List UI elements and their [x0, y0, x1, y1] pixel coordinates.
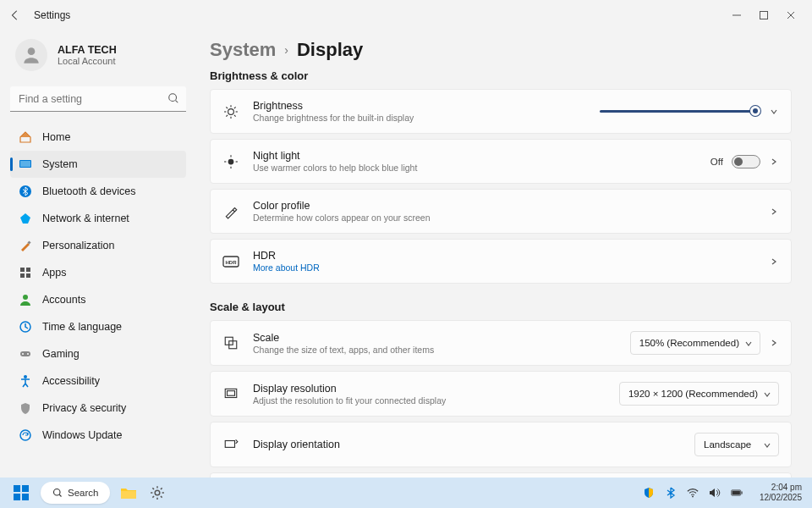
breadcrumb-parent[interactable]: System [210, 39, 276, 61]
night-light-icon [222, 153, 239, 170]
chevron-down-icon [763, 390, 771, 399]
user-block[interactable]: ALFA TECH Local Account [10, 39, 186, 71]
svg-line-27 [226, 114, 228, 116]
taskbar-explorer[interactable] [118, 483, 139, 503]
user-subtitle: Local Account [58, 56, 117, 66]
minimize-button[interactable] [731, 9, 743, 21]
personalization-icon [19, 239, 32, 252]
svg-line-28 [234, 107, 236, 108]
sidebar-item-label: Accessibility [42, 375, 100, 387]
security-icon[interactable] [643, 487, 655, 499]
night-light-toggle[interactable] [732, 155, 760, 168]
card-hdr[interactable]: HDR HDR More about HDR [210, 239, 792, 284]
card-resolution[interactable]: Display resolution Adjust the resolution… [210, 371, 792, 417]
sidebar-item-label: Gaming [42, 348, 80, 360]
search-icon [52, 488, 63, 498]
svg-rect-53 [732, 491, 739, 495]
card-color-profile[interactable]: Color profile Determine how colors appea… [210, 189, 792, 234]
sidebar-item-label: Home [42, 131, 70, 143]
svg-rect-15 [20, 351, 30, 356]
sidebar-item-system[interactable]: System [10, 151, 186, 178]
maximize-button[interactable] [758, 9, 770, 21]
home-icon [19, 130, 32, 144]
svg-text:HDR: HDR [226, 260, 238, 265]
card-title: Brightness [253, 100, 586, 112]
svg-point-2 [28, 47, 36, 55]
network-icon [19, 212, 32, 225]
svg-point-16 [22, 353, 24, 355]
svg-rect-43 [14, 485, 20, 492]
resolution-dropdown[interactable]: 1920 × 1200 (Recommended) [619, 382, 779, 406]
chevron-right-icon[interactable] [769, 257, 779, 267]
hdr-icon: HDR [222, 253, 239, 270]
breadcrumb-current: Display [297, 39, 363, 61]
svg-rect-39 [228, 391, 235, 396]
scale-dropdown[interactable]: 150% (Recommended) [630, 331, 760, 355]
svg-rect-11 [20, 273, 25, 278]
brightness-slider[interactable] [600, 110, 760, 113]
svg-point-51 [692, 496, 694, 498]
card-title: HDR [253, 250, 755, 262]
chevron-right-icon[interactable] [769, 338, 779, 348]
chevron-right-icon[interactable] [769, 157, 779, 167]
back-button[interactable] [7, 7, 24, 24]
clock[interactable]: 2:04 pm 12/02/2025 [760, 483, 802, 503]
sidebar-item-label: Time & language [42, 321, 122, 333]
scale-icon [222, 334, 239, 351]
taskbar-settings[interactable] [147, 483, 167, 503]
close-button[interactable] [785, 9, 797, 21]
card-orientation[interactable]: Display orientation Landscape [210, 422, 792, 467]
card-subtitle: Use warmer colors to help block blue lig… [253, 163, 697, 173]
volume-icon[interactable] [709, 487, 721, 499]
avatar [15, 39, 47, 71]
gaming-icon [19, 347, 32, 361]
card-scale[interactable]: Scale Change the size of text, apps, and… [210, 320, 792, 366]
search-box[interactable] [10, 86, 186, 112]
hdr-link[interactable]: More about HDR [253, 262, 755, 273]
sidebar-item-label: System [42, 158, 78, 170]
card-title: Scale [253, 332, 617, 344]
sidebar-item-gaming[interactable]: Gaming [10, 340, 186, 367]
sidebar-item-accessibility[interactable]: Accessibility [10, 367, 186, 395]
bluetooth-tray-icon[interactable] [665, 487, 677, 499]
sidebar-item-apps[interactable]: Apps [10, 259, 186, 286]
taskbar: Search 2:04 pm 12/02/2025 [0, 478, 812, 508]
svg-rect-40 [225, 441, 234, 448]
bluetooth-icon [19, 185, 32, 198]
sidebar-item-time[interactable]: Time & language [10, 313, 186, 340]
orientation-dropdown[interactable]: Landscape [694, 433, 779, 456]
sidebar-item-network[interactable]: Network & internet [10, 205, 186, 232]
search-input[interactable] [10, 86, 186, 112]
sidebar-item-label: Personalization [42, 240, 114, 251]
sidebar-item-bluetooth[interactable]: Bluetooth & devices [10, 178, 186, 205]
sidebar-item-label: Accounts [42, 294, 85, 306]
card-brightness[interactable]: Brightness Change brightness for the bui… [210, 89, 792, 134]
taskbar-search[interactable]: Search [41, 482, 110, 504]
sidebar-item-update[interactable]: Windows Update [10, 422, 186, 449]
sidebar-item-home[interactable]: Home [10, 124, 186, 151]
toggle-state: Off [710, 157, 723, 167]
apps-icon [19, 266, 32, 279]
sidebar-item-privacy[interactable]: Privacy & security [10, 395, 186, 422]
accessibility-icon [19, 374, 32, 388]
chevron-right-icon[interactable] [769, 207, 779, 217]
chevron-down-icon[interactable] [769, 107, 779, 117]
svg-point-18 [24, 375, 27, 378]
svg-point-29 [228, 158, 234, 164]
sidebar-item-label: Windows Update [42, 429, 123, 441]
wifi-icon[interactable] [687, 487, 699, 499]
battery-icon[interactable] [731, 487, 743, 499]
user-name: ALFA TECH [58, 44, 117, 56]
sidebar-item-accounts[interactable]: Accounts [10, 286, 186, 313]
search-icon [167, 92, 179, 104]
card-night-light[interactable]: Night light Use warmer colors to help bl… [210, 139, 792, 184]
svg-point-3 [169, 94, 177, 102]
sidebar-item-personalization[interactable]: Personalization [10, 232, 186, 259]
svg-point-20 [228, 108, 234, 114]
svg-rect-12 [26, 273, 30, 278]
start-button[interactable] [10, 482, 32, 504]
privacy-icon [19, 401, 32, 415]
svg-rect-54 [741, 491, 742, 494]
svg-rect-49 [121, 491, 136, 499]
svg-point-50 [156, 490, 161, 495]
